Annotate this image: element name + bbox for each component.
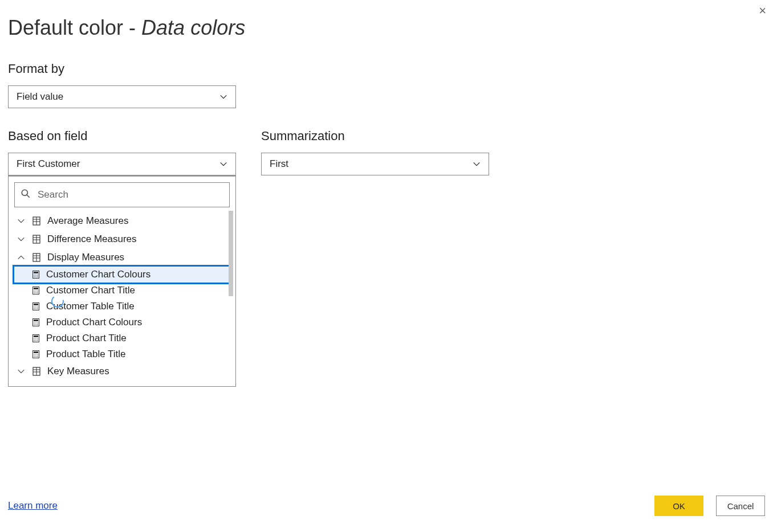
field-dropdown-panel: Average Measures Difference Measures Dis… [8,175,236,387]
tree-group-average-measures[interactable]: Average Measures [14,212,230,230]
tree-group-key-measures[interactable]: Key Measures [14,362,230,380]
scrollbar-thumb[interactable] [229,211,233,296]
svg-point-53 [37,340,38,341]
tree-item-label: Customer Chart Title [46,285,135,296]
format-by-value: Field value [17,91,63,103]
tree-item-product-chart-title[interactable]: Product Chart Title [14,330,230,346]
svg-point-43 [34,324,35,325]
calculator-icon [31,271,40,279]
table-icon [31,367,42,376]
calculator-icon [31,287,40,294]
cancel-button[interactable]: Cancel [716,496,765,516]
tree-item-label: Customer Table Title [46,301,135,312]
chevron-down-icon [473,160,481,168]
svg-rect-39 [34,320,38,321]
chevron-down-icon [17,235,26,243]
svg-point-34 [37,306,38,308]
svg-point-18 [37,275,38,276]
search-icon [21,189,31,201]
chevron-down-icon [219,160,227,168]
svg-point-28 [35,292,36,293]
svg-point-40 [34,322,35,324]
learn-more-link[interactable]: Learn more [8,500,58,511]
format-by-label: Format by [8,62,765,76]
title-prefix: Default color - [8,16,141,39]
svg-point-19 [34,276,35,277]
ok-button[interactable]: OK [654,496,703,516]
svg-point-36 [35,308,36,309]
svg-point-58 [37,354,38,355]
tree-item-label: Product Chart Colours [46,317,142,328]
svg-point-33 [35,306,36,308]
chevron-up-icon [17,253,26,261]
svg-point-48 [34,338,35,339]
table-icon [31,253,42,262]
based-on-field-value: First Customer [17,158,80,170]
svg-point-24 [34,290,35,292]
svg-line-1 [27,195,30,198]
tree-group-label: Display Measures [47,252,124,263]
svg-point-20 [35,276,36,277]
svg-point-61 [37,356,38,357]
tree-group-label: Average Measures [47,215,128,227]
dialog-title: Default color - Data colors [8,16,765,40]
svg-point-29 [37,292,38,293]
svg-point-50 [37,338,38,339]
svg-rect-47 [34,335,38,337]
tree-item-product-table-title[interactable]: Product Table Title [14,346,230,362]
svg-point-27 [34,292,35,293]
svg-point-32 [34,306,35,308]
summarization-select[interactable]: First [261,153,489,175]
based-on-field-select[interactable]: First Customer [8,153,236,175]
calculator-icon [31,334,40,342]
svg-point-41 [35,322,36,324]
table-icon [31,216,42,226]
svg-point-35 [34,308,35,309]
svg-point-44 [35,324,36,325]
chevron-down-icon [17,367,26,375]
svg-point-60 [35,356,36,357]
svg-point-52 [35,340,36,341]
svg-point-37 [37,308,38,309]
tree-group-display-measures[interactable]: Display Measures [14,248,230,267]
table-icon [31,235,42,244]
tree-group-label: Key Measures [47,366,109,377]
summarization-value: First [270,158,288,170]
calculator-icon [31,302,40,310]
tree-item-product-chart-colours[interactable]: Product Chart Colours [14,314,230,330]
svg-point-0 [22,190,27,195]
svg-point-17 [35,275,36,276]
svg-point-49 [35,338,36,339]
calculator-icon [31,318,40,326]
svg-point-42 [37,322,38,324]
summarization-label: Summarization [261,129,489,144]
svg-rect-31 [34,304,38,305]
tree-item-customer-chart-colours[interactable]: Customer Chart Colours [13,265,231,284]
tree-group-difference-measures[interactable]: Difference Measures [14,230,230,248]
close-icon[interactable]: × [759,3,766,18]
svg-point-59 [34,356,35,357]
search-box[interactable] [14,182,230,207]
svg-point-21 [37,276,38,277]
format-by-select[interactable]: Field value [8,85,236,108]
tree-item-label: Product Chart Title [46,333,127,344]
calculator-icon [31,350,40,358]
svg-point-51 [34,340,35,341]
svg-point-57 [35,354,36,355]
svg-point-45 [37,324,38,325]
svg-rect-55 [34,351,38,353]
tree-group-label: Difference Measures [47,234,137,245]
based-on-field-label: Based on field [8,129,236,144]
tree-item-label: Product Table Title [46,349,126,360]
tree-item-customer-table-title[interactable]: Customer Table Title [14,298,230,314]
svg-point-56 [34,354,35,355]
tree-item-label: Customer Chart Colours [46,269,150,280]
tree-item-customer-chart-title[interactable]: Customer Chart Title [14,283,230,298]
title-italic: Data colors [141,16,245,39]
search-input[interactable] [36,189,223,201]
svg-rect-23 [34,288,38,289]
svg-point-25 [35,290,36,292]
chevron-down-icon [219,93,227,101]
svg-point-26 [37,290,38,292]
chevron-down-icon [17,217,26,225]
